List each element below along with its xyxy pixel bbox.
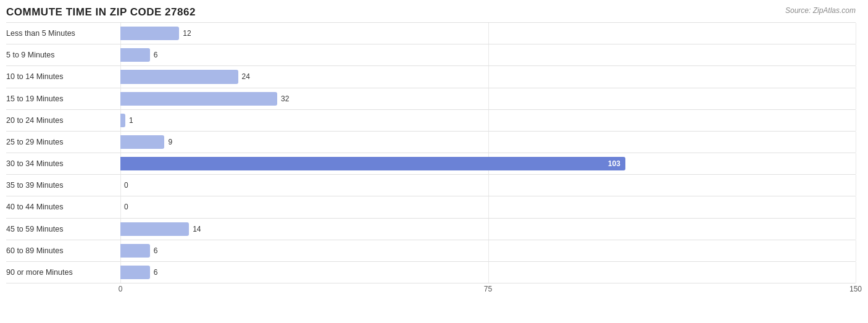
axis-labels: 075150 [120,285,856,296]
bar-value: 0 [124,203,128,211]
bar-row: 10 to 14 Minutes24 [6,65,856,87]
bar-row: 35 to 39 Minutes0 [6,174,856,196]
bar-fill: 103 [120,157,625,170]
bar-value: 6 [154,51,158,59]
bar-label: 35 to 39 Minutes [6,181,120,190]
bar-label: Less than 5 Minutes [6,29,120,38]
bar-label: 40 to 44 Minutes [6,203,120,211]
bar-track: 6 [120,240,856,261]
bar-track: 1 [120,110,856,131]
bar-row: 25 to 29 Minutes9 [6,131,856,153]
axis-tick: 150 [849,285,862,293]
bar-fill [120,92,277,106]
bar-label: 5 to 9 Minutes [6,51,120,59]
bar-value: 103 [608,159,620,168]
bar-track: 0 [120,175,856,196]
bar-value: 9 [168,138,172,146]
bar-track: 14 [120,219,856,240]
axis-row: 075150 [6,285,856,296]
bar-track: 6 [120,262,856,283]
bar-label: 45 to 59 Minutes [6,225,120,233]
bar-row: 5 to 9 Minutes6 [6,44,856,65]
bar-track: 12 [120,23,856,44]
bar-value: 32 [281,94,289,103]
bar-row: 30 to 34 Minutes103 [6,153,856,174]
bar-track: 24 [120,66,856,87]
chart-area: Less than 5 Minutes125 to 9 Minutes610 t… [6,22,856,283]
bar-row: 40 to 44 Minutes0 [6,196,856,217]
bar-fill [120,114,125,127]
bar-value: 12 [183,29,191,38]
bar-value: 1 [129,116,133,125]
chart-title: COMMUTE TIME IN ZIP CODE 27862 [6,6,856,19]
bar-value: 6 [154,246,158,255]
bar-fill [120,244,150,258]
bar-row: 45 to 59 Minutes14 [6,218,856,240]
bar-value: 24 [242,72,250,81]
bar-row: 90 or more Minutes6 [6,261,856,283]
bar-label: 60 to 89 Minutes [6,246,120,255]
bar-label: 10 to 14 Minutes [6,72,120,81]
bar-fill [120,70,238,83]
bar-row: 20 to 24 Minutes1 [6,109,856,131]
bar-track: 6 [120,44,856,65]
bar-fill [120,222,189,236]
bar-label: 90 or more Minutes [6,268,120,277]
bar-value: 0 [124,181,128,190]
bar-label: 15 to 19 Minutes [6,94,120,103]
source-label: Source: ZipAtlas.com [785,6,856,15]
bar-row: Less than 5 Minutes12 [6,22,856,44]
chart-container: COMMUTE TIME IN ZIP CODE 27862 Source: Z… [0,0,868,323]
bar-track: 0 [120,196,856,217]
bar-fill [120,48,150,62]
bar-label: 25 to 29 Minutes [6,138,120,146]
bar-track: 32 [120,88,856,109]
bar-fill [120,266,150,279]
bar-row: 15 to 19 Minutes32 [6,88,856,109]
bar-value: 14 [193,225,201,233]
bar-row: 60 to 89 Minutes6 [6,240,856,261]
bar-track: 9 [120,132,856,153]
bar-fill [120,27,179,40]
bar-label: 20 to 24 Minutes [6,116,120,125]
axis-tick: 0 [119,285,123,293]
bar-fill [120,135,164,149]
axis-tick: 75 [484,285,492,293]
bar-track: 103 [120,153,856,174]
bar-label: 30 to 34 Minutes [6,159,120,168]
bar-value: 6 [154,268,158,277]
